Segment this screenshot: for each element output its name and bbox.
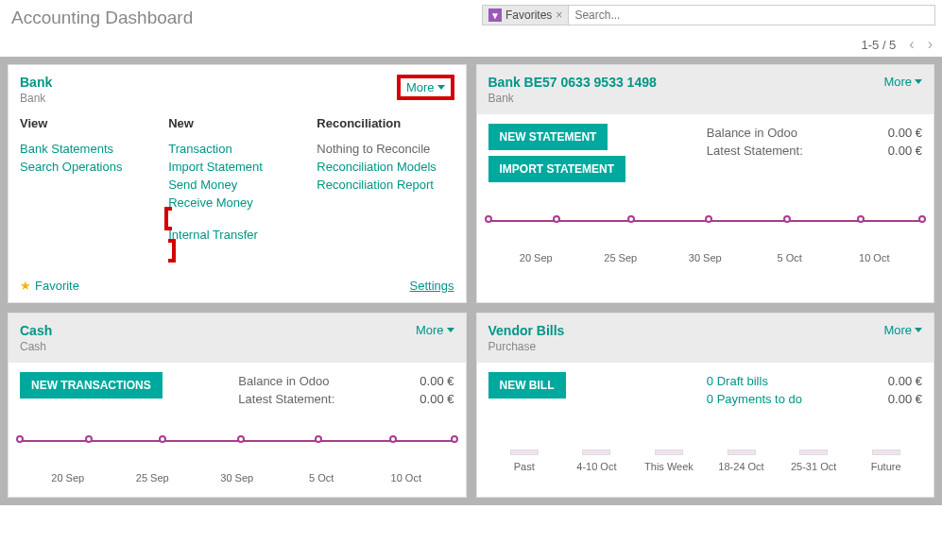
filter-label: Favorites bbox=[505, 8, 552, 22]
caret-down-icon bbox=[437, 85, 445, 90]
card-bank: Bank Bank More View Bank Statements Sear… bbox=[8, 64, 467, 303]
caret-down-icon bbox=[915, 79, 922, 84]
card-cash-header: Cash Cash More bbox=[9, 314, 466, 363]
pager: 1-5 / 5 ‹ › bbox=[861, 36, 933, 53]
axis-label: 20 Sep bbox=[26, 472, 111, 484]
link-transaction[interactable]: Transaction bbox=[168, 140, 305, 158]
axis-label: 30 Sep bbox=[195, 472, 280, 484]
link-receive-money[interactable]: Receive Money bbox=[168, 194, 305, 212]
card-bank-account: Bank BE57 0633 9533 1498 Bank More NEW S… bbox=[476, 64, 935, 303]
axis-label: 20 Sep bbox=[494, 252, 579, 263]
link-send-money[interactable]: Send Money bbox=[168, 176, 305, 194]
bar bbox=[728, 450, 756, 455]
col-recon-heading: Reconciliation bbox=[317, 116, 454, 132]
bar bbox=[799, 450, 828, 455]
pager-range: 1-5 / 5 bbox=[861, 38, 896, 52]
more-button-highlight: More bbox=[397, 75, 454, 100]
card-bank-more[interactable]: More bbox=[406, 80, 445, 94]
card-cash-title: Cash bbox=[20, 323, 52, 338]
filter-close-icon[interactable]: × bbox=[556, 8, 562, 22]
card-vendor-more[interactable]: More bbox=[883, 323, 922, 337]
col-view-heading: View bbox=[20, 116, 157, 132]
balance-label: Balance in Odoo bbox=[707, 126, 797, 140]
new-transactions-button[interactable]: NEW TRANSACTIONS bbox=[20, 372, 163, 399]
latest-value: 0.00 € bbox=[888, 144, 922, 158]
balance-value: 0.00 € bbox=[888, 126, 922, 140]
axis-label: 10 Oct bbox=[364, 472, 449, 484]
card-bank-account-header: Bank BE57 0633 9533 1498 Bank More bbox=[477, 65, 934, 114]
axis-label: 5 Oct bbox=[747, 252, 832, 263]
axis-label: Past bbox=[488, 461, 561, 472]
new-bill-button[interactable]: NEW BILL bbox=[488, 372, 566, 399]
latest-label: Latest Statement: bbox=[707, 144, 803, 158]
axis-label: 25 Sep bbox=[578, 252, 663, 263]
link-import-statement[interactable]: Import Statement bbox=[168, 158, 305, 176]
card-bank-header: Bank Bank More bbox=[9, 65, 466, 107]
balance-value: 0.00 € bbox=[420, 374, 454, 388]
more-label: More bbox=[883, 323, 912, 337]
latest-label: Latest Statement: bbox=[238, 392, 334, 406]
card-bank-subtitle: Bank bbox=[20, 92, 52, 105]
card-cash-more[interactable]: More bbox=[416, 323, 454, 337]
axis-label: Future bbox=[849, 461, 922, 472]
card-bank-title: Bank bbox=[20, 75, 52, 90]
pager-prev-icon[interactable]: ‹ bbox=[909, 36, 914, 53]
card-bank-account-subtitle: Bank bbox=[488, 92, 657, 105]
favorite-label: Favorite bbox=[35, 279, 79, 293]
axis-label: 18-24 Oct bbox=[705, 461, 778, 472]
card-vendor-subtitle: Purchase bbox=[488, 340, 565, 353]
new-statement-button[interactable]: NEW STATEMENT bbox=[488, 124, 608, 150]
axis-label: 25 Sep bbox=[111, 472, 196, 484]
card-vendor-title: Vendor Bills bbox=[488, 323, 565, 338]
link-search-operations[interactable]: Search Operations bbox=[20, 158, 157, 176]
card-vendor-bills: Vendor Bills Purchase More NEW BILL 0 Dr… bbox=[476, 313, 935, 498]
link-draft-bills[interactable]: 0 Draft bills bbox=[707, 374, 768, 388]
card-vendor-header: Vendor Bills Purchase More bbox=[477, 314, 934, 363]
draft-value: 0.00 € bbox=[888, 374, 922, 388]
link-payments-to-do[interactable]: 0 Payments to do bbox=[707, 392, 802, 406]
link-recon-models[interactable]: Reconciliation Models bbox=[317, 158, 454, 176]
import-statement-button[interactable]: IMPORT STATEMENT bbox=[488, 156, 626, 182]
more-label: More bbox=[416, 323, 444, 337]
text-nothing-reconcile: Nothing to Reconcile bbox=[317, 140, 454, 158]
bar bbox=[872, 450, 900, 455]
more-label: More bbox=[883, 75, 912, 89]
link-internal-transfer[interactable]: Internal Transfer bbox=[168, 226, 305, 244]
balance-label: Balance in Odoo bbox=[238, 374, 329, 388]
filter-tag-favorites[interactable]: ▼ Favorites × bbox=[483, 6, 569, 25]
bar bbox=[582, 450, 610, 455]
search-input[interactable] bbox=[569, 6, 934, 25]
link-recon-report[interactable]: Reconciliation Report bbox=[317, 176, 454, 194]
axis-label: This Week bbox=[633, 461, 706, 472]
settings-link[interactable]: Settings bbox=[410, 279, 454, 293]
favorite-toggle[interactable]: ★ Favorite bbox=[20, 279, 79, 293]
vendor-chart: Past 4-10 Oct This Week 18-24 Oct 25-31 … bbox=[488, 427, 923, 484]
bar bbox=[655, 450, 683, 455]
axis-label: 10 Oct bbox=[832, 252, 917, 263]
axis-label: 30 Sep bbox=[663, 252, 748, 263]
card-bank-account-title: Bank BE57 0633 9533 1498 bbox=[488, 75, 657, 90]
axis-label: 4-10 Oct bbox=[560, 461, 633, 472]
col-new-heading: New bbox=[168, 116, 305, 132]
filter-icon: ▼ bbox=[488, 8, 502, 22]
axis-label: 5 Oct bbox=[280, 472, 365, 484]
pager-next-icon[interactable]: › bbox=[928, 36, 933, 53]
cash-chart: 20 Sep 25 Sep 30 Sep 5 Oct 10 Oct bbox=[20, 427, 454, 484]
caret-down-icon bbox=[915, 328, 922, 332]
link-bank-statements[interactable]: Bank Statements bbox=[20, 140, 157, 158]
card-cash: Cash Cash More NEW TRANSACTIONS Balance … bbox=[8, 313, 467, 498]
page-title: Accounting Dashboard bbox=[11, 8, 193, 28]
caret-down-icon bbox=[447, 328, 454, 332]
bar bbox=[510, 450, 539, 455]
card-cash-subtitle: Cash bbox=[20, 340, 52, 353]
card-bank-account-more[interactable]: More bbox=[883, 75, 922, 89]
latest-value: 0.00 € bbox=[420, 392, 454, 406]
bank-account-chart: 20 Sep 25 Sep 30 Sep 5 Oct 10 Oct bbox=[488, 207, 923, 263]
search-box[interactable]: ▼ Favorites × bbox=[482, 5, 935, 25]
highlight-internal-transfer: Internal Transfer bbox=[164, 207, 305, 263]
payments-value: 0.00 € bbox=[888, 392, 922, 406]
star-icon: ★ bbox=[20, 279, 31, 293]
more-label: More bbox=[406, 80, 435, 94]
axis-label: 25-31 Oct bbox=[778, 461, 850, 472]
dashboard-grid: Bank Bank More View Bank Statements Sear… bbox=[0, 57, 942, 505]
